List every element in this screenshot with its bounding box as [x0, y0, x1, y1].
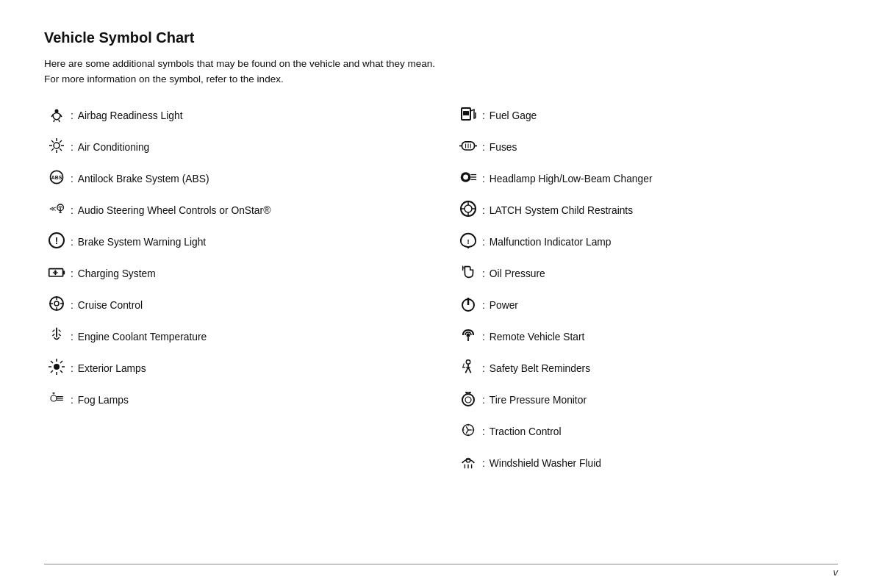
list-item: : Power [456, 295, 838, 316]
remote-label: Remote Vehicle Start [490, 331, 585, 343]
brake-icon: ! [44, 232, 69, 253]
colon-r4: : [482, 205, 485, 216]
svg-line-36 [60, 370, 62, 373]
svg-line-10 [51, 140, 54, 143]
list-item: : Windshield Washer Fluid [456, 453, 838, 474]
columns-container: : Airbag Readiness Light [44, 105, 838, 484]
colon-r12: : [482, 458, 485, 469]
charging-label: Charging System [78, 268, 156, 279]
colon-6: : [71, 268, 74, 279]
list-item: ! : Malfunction Indicator Lamp [456, 232, 838, 253]
colon-r1: : [482, 110, 485, 121]
fuel-label: Fuel Gage [490, 110, 537, 121]
svg-point-49 [463, 174, 468, 179]
list-item: : Remote Vehicle Start [456, 326, 838, 348]
list-item: : Safety Belt Reminders [456, 358, 838, 379]
airbag-label: Airbag Readiness Light [78, 110, 183, 121]
power-icon [456, 295, 481, 316]
colon-10: : [71, 395, 74, 406]
list-item: : Exterior Lamps [44, 358, 456, 379]
colon-1: : [71, 110, 74, 121]
svg-point-29 [54, 301, 59, 306]
page-number: v [833, 567, 839, 578]
svg-point-64 [466, 360, 470, 365]
remote-icon [456, 326, 481, 348]
tire-label: Tire Pressure Monitor [490, 395, 587, 406]
svg-point-54 [465, 205, 472, 212]
intro-text: Here are some additional symbols that ma… [44, 57, 441, 87]
svg-text:!: ! [467, 237, 469, 245]
svg-line-11 [60, 148, 62, 151]
washer-label: Windshield Washer Fluid [490, 458, 601, 469]
list-item: ABS : Antilock Brake System (ABS) [44, 168, 456, 190]
colon-3: : [71, 173, 74, 184]
fuel-icon [456, 105, 481, 126]
coolant-icon [44, 326, 69, 348]
colon-r3: : [482, 173, 485, 184]
seatbelt-icon [456, 358, 481, 379]
list-item: : Fuses [456, 137, 838, 158]
brake-label: Brake System Warning Light [78, 237, 206, 248]
svg-point-66 [465, 397, 471, 403]
seatbelt-label: Safety Belt Reminders [490, 363, 590, 374]
list-item: : LATCH System Child Restraints [456, 200, 838, 221]
svg-text:≪: ≪ [49, 204, 56, 212]
headlamp-icon [456, 168, 481, 190]
svg-text:!: ! [55, 235, 58, 246]
colon-r9: : [482, 363, 485, 374]
mil-label: Malfunction Indicator Lamp [490, 237, 612, 248]
footer-divider [44, 564, 838, 564]
colon-8: : [71, 331, 74, 343]
traction-icon [456, 421, 481, 442]
abs-label: Antilock Brake System (ABS) [78, 173, 209, 184]
mil-icon: ! [456, 232, 481, 253]
oil-icon [456, 263, 481, 284]
list-item: : Tire Pressure Monitor [456, 390, 838, 411]
ac-label: Air Conditioning [78, 142, 149, 153]
list-item: : Engine Coolant Temperature [44, 326, 456, 348]
svg-point-30 [54, 364, 60, 370]
list-item: ≪ : Audio Steering Wheel Controls or OnS… [44, 200, 456, 221]
svg-point-5 [54, 143, 60, 148]
svg-text:ABS: ABS [51, 175, 62, 180]
svg-line-13 [51, 148, 54, 151]
svg-point-63 [467, 333, 470, 337]
colon-r7: : [482, 300, 485, 311]
cruise-icon [44, 295, 69, 316]
colon-r8: : [482, 331, 485, 343]
colon-2: : [71, 142, 74, 153]
fog-label: Fog Lamps [78, 395, 129, 406]
coolant-label: Engine Coolant Temperature [78, 331, 207, 343]
charging-icon [44, 263, 69, 284]
colon-r11: : [482, 426, 485, 437]
list-item: : Charging System [44, 263, 456, 284]
svg-line-37 [60, 361, 62, 363]
exterior-label: Exterior Lamps [78, 363, 146, 374]
fog-icon [44, 390, 69, 411]
traction-label: Traction Control [490, 426, 562, 437]
latch-label: LATCH System Child Restraints [490, 205, 633, 216]
colon-7: : [71, 300, 74, 311]
colon-r6: : [482, 268, 485, 279]
fuses-label: Fuses [490, 142, 517, 153]
cruise-label: Cruise Control [78, 300, 143, 311]
list-item: : Fuel Gage [456, 105, 838, 126]
audio-label: Audio Steering Wheel Controls or OnStar® [78, 205, 270, 216]
svg-point-39 [51, 395, 57, 401]
list-item: : Headlamp High/Low-Beam Changer [456, 168, 838, 190]
colon-r2: : [482, 142, 485, 153]
list-item: : Air Conditioning [44, 137, 456, 158]
headlamp-label: Headlamp High/Low-Beam Changer [490, 173, 653, 184]
list-item: : Cruise Control [44, 295, 456, 316]
audio-icon: ≪ [44, 200, 69, 221]
list-item: : Airbag Readiness Light [44, 105, 456, 126]
svg-point-65 [462, 394, 474, 406]
exterior-icon [44, 358, 69, 379]
left-column: : Airbag Readiness Light [44, 105, 456, 484]
airbag-icon [44, 105, 69, 126]
latch-icon [456, 200, 481, 221]
fuses-icon [456, 137, 481, 158]
oil-label: Oil Pressure [490, 268, 545, 279]
colon-5: : [71, 237, 74, 248]
colon-9: : [71, 363, 74, 374]
